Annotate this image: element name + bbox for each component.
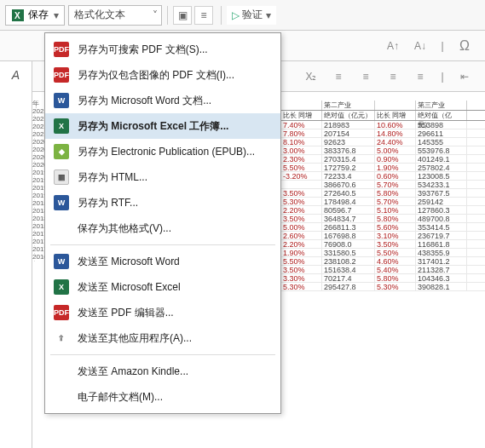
menu-item[interactable]: W发送至 Microsoft Word: [45, 249, 280, 274]
year-cell: 2020年: [32, 146, 44, 154]
excel-icon: X: [11, 9, 25, 22]
subscript-icon[interactable]: X₂: [299, 66, 323, 87]
table-row: 5.50%172759.21.90%257802.4: [281, 164, 485, 172]
menu-item-label: 发送至 Microsoft Excel: [78, 280, 272, 295]
menu-item-icon: ◆: [54, 144, 69, 159]
marker-a: A: [12, 68, 20, 82]
menu-item-label: 另存为 Microsoft Excel 工作簿...: [78, 119, 272, 134]
separator: |: [436, 66, 449, 87]
save-button[interactable]: X 保存 ▾: [5, 5, 65, 26]
menu-item[interactable]: 电子邮件文档(M)...: [45, 384, 280, 410]
format-select[interactable]: 格式化文本: [68, 5, 162, 26]
year-cell: 2018年: [32, 223, 44, 231]
menu-item-icon: PDF: [54, 42, 69, 57]
year-cell: 年度: [32, 101, 44, 108]
year-cell: 2020年: [32, 154, 44, 162]
table-row: 5.30%178498.45.70%259142: [281, 198, 485, 206]
justify-icon[interactable]: ≡: [408, 66, 432, 87]
table-row: 2.20%80596.75.10%127860.3: [281, 206, 485, 215]
menu-item[interactable]: ⇪发送至其他应用程序(A)...: [45, 325, 280, 351]
menu-item-label: 电子邮件文档(M)...: [78, 390, 272, 405]
menu-item[interactable]: 保存为其他格式(V)...: [45, 215, 280, 241]
table-row: 3.50%151638.45.40%211328.7: [281, 266, 485, 274]
menu-item[interactable]: X另存为 Microsoft Excel 工作簿...: [45, 113, 280, 139]
table-row: 8.10%9262324.40%145355: [281, 138, 485, 146]
menu-item-icon: [54, 389, 69, 405]
menu-item[interactable]: W另存为 Microsoft Word 文档...: [45, 88, 280, 113]
year-cell: 2021年: [32, 131, 44, 139]
menu-item-icon: [54, 221, 69, 236]
year-cell: 2018年: [32, 208, 44, 215]
table-row: 3.00%383376.85.00%553976.8: [281, 146, 485, 155]
year-cell: 2019年: [32, 185, 44, 192]
font-up-icon[interactable]: A↑: [381, 36, 405, 56]
menu-item[interactable]: PDF另存为仅包含图像的 PDF 文档(I)...: [45, 62, 280, 88]
save-as-menu: PDF另存为可搜索 PDF 文档(S)...PDF另存为仅包含图像的 PDF 文…: [44, 32, 281, 414]
menu-item-label: 发送至 Microsoft Word: [78, 255, 272, 269]
menu-item-icon: W: [54, 195, 69, 210]
table-row: 5.50%238108.24.60%317401.2: [281, 257, 485, 266]
separator: [221, 6, 222, 25]
year-column: 年度2021年2021年2021年2021年2020年2020年2020年202…: [32, 101, 44, 261]
menu-item-icon: X: [54, 279, 69, 295]
check-icon: ▷: [232, 9, 240, 21]
menu-item[interactable]: 发送至 Amazon Kindle...: [45, 359, 280, 384]
year-cell: 2017年: [32, 246, 44, 254]
table-row: -3.20%72233.40.60%123008.5: [281, 172, 485, 181]
year-cell: 2017年: [32, 238, 44, 246]
year-cell: 2021年: [32, 116, 44, 123]
menu-item-icon: W: [54, 93, 69, 108]
menu-separator: [50, 244, 275, 245]
menu-item[interactable]: ◆另存为 Electronic Publication (EPUB)...: [45, 139, 280, 164]
chevron-down-icon: ▾: [266, 9, 271, 21]
table-row: 1.90%331580.55.50%438355.9: [281, 249, 485, 257]
menu-item[interactable]: PDF发送至 PDF 编辑器...: [45, 300, 280, 325]
year-cell: 2019年: [32, 177, 44, 185]
menu-item-label: 另存为仅包含图像的 PDF 文档(I)...: [78, 68, 272, 83]
menu-item-icon: PDF: [54, 67, 69, 83]
align-left-icon[interactable]: ≡: [326, 66, 350, 87]
year-cell: 2017年: [32, 231, 44, 238]
align-icon[interactable]: ≡: [194, 6, 213, 25]
menu-item[interactable]: W另存为 RTF...: [45, 190, 280, 215]
image-icon[interactable]: ▣: [173, 6, 192, 25]
menu-item[interactable]: X发送至 Microsoft Excel: [45, 274, 280, 300]
table-row: 386670.65.70%534233.1: [281, 181, 485, 189]
menu-item[interactable]: ▦另存为 HTML...: [45, 164, 280, 190]
menu-item-label: 另存为 Electronic Publication (EPUB)...: [78, 145, 272, 159]
align-center-icon[interactable]: ≡: [354, 66, 378, 87]
omega-icon[interactable]: Ω: [453, 36, 476, 56]
menu-item-label: 另存为 Microsoft Word 文档...: [78, 94, 272, 108]
table-row: 7.40%21898310.60%553898: [281, 121, 485, 129]
separator: |: [436, 36, 449, 56]
chevron-down-icon: ▾: [54, 9, 59, 21]
menu-item[interactable]: PDF另存为可搜索 PDF 文档(S)...: [45, 37, 280, 62]
menu-item-label: 另存为 RTF...: [78, 196, 272, 210]
table-row: 7.80%20715414.80%296611: [281, 129, 485, 138]
year-cell: 2019年: [32, 169, 44, 177]
indent-icon[interactable]: ⇤: [453, 66, 476, 87]
table-row: 5.30%295427.85.30%390828.1: [281, 283, 485, 291]
menu-item-icon: ▦: [54, 169, 69, 185]
menu-item-label: 发送至 PDF 编辑器...: [78, 306, 272, 320]
table-header: 比长 同增 绝对值（亿元） 比长 同增 绝对值（亿元）: [281, 111, 485, 121]
menu-item-icon: X: [54, 118, 69, 134]
year-cell: 2016年: [32, 254, 44, 261]
year-cell: 2018年: [32, 200, 44, 208]
year-cell: 2020年: [32, 162, 44, 169]
verify-button[interactable]: ▷验证▾: [227, 6, 276, 25]
menu-item-label: 保存为其他格式(V)...: [78, 221, 272, 236]
table-row: 3.50%364834.75.80%489700.8: [281, 215, 485, 223]
table-row: 2.60%167698.83.10%236719.7: [281, 232, 485, 240]
table-row: 2.30%270315.40.90%401249.1: [281, 155, 485, 164]
table-row: 5.00%266811.35.60%353414.5: [281, 223, 485, 232]
menu-item-label: 发送至 Amazon Kindle...: [78, 365, 272, 379]
svg-text:X: X: [14, 11, 20, 20]
left-rail: A: [0, 61, 32, 448]
menu-item-label: 发送至其他应用程序(A)...: [78, 331, 272, 346]
font-down-icon[interactable]: A↓: [408, 36, 432, 56]
menu-separator: [50, 354, 275, 355]
save-label: 保存: [28, 8, 49, 22]
align-right-icon[interactable]: ≡: [381, 66, 405, 87]
menu-item-icon: PDF: [54, 305, 69, 320]
